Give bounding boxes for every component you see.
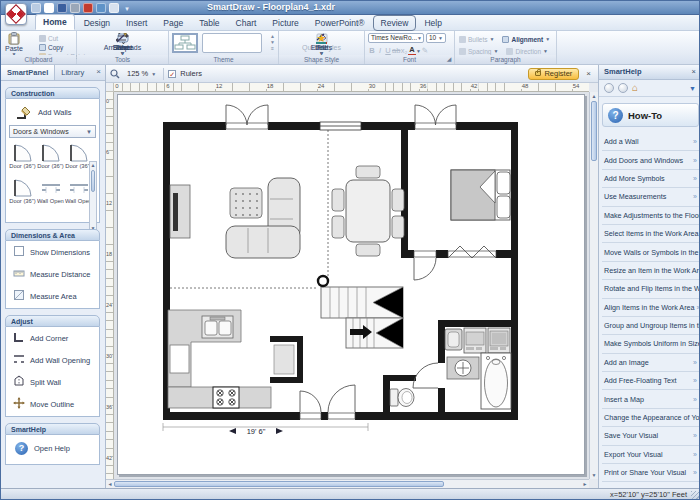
toilet[interactable]: [390, 389, 414, 407]
kitchen-sink[interactable]: [202, 316, 233, 338]
howto-item-8[interactable]: Resize an Item in the Work Area»: [602, 262, 699, 280]
direction-button[interactable]: Direction▼: [506, 47, 548, 55]
howto-item-4[interactable]: Use Measurements»: [602, 188, 699, 206]
tab-review[interactable]: Review: [374, 16, 416, 30]
washer[interactable]: [464, 328, 486, 353]
scroll-down-arrow[interactable]: ▼: [590, 471, 598, 479]
font-dialog-launcher[interactable]: ◢: [445, 55, 453, 64]
tab-chart[interactable]: Chart: [229, 16, 264, 30]
howto-item-18[interactable]: Export Your Visual»: [602, 446, 699, 464]
tab-table[interactable]: Table: [192, 16, 226, 30]
smartdraw-logo-button[interactable]: [5, 3, 27, 25]
split-wall-button[interactable]: Split Wall: [6, 371, 99, 393]
save-icon[interactable]: [57, 3, 67, 13]
italic-button[interactable]: I: [376, 46, 384, 55]
customize-icon[interactable]: ▾: [122, 3, 132, 13]
symbol-wall-opening-symbol[interactable]: Wall Open...: [37, 175, 64, 209]
howto-item-16[interactable]: Change the Appearance of Your ...»: [602, 409, 699, 427]
spacing-button[interactable]: Spacing▼: [459, 47, 498, 55]
bold-button[interactable]: B: [368, 46, 376, 55]
vertical-scrollbar[interactable]: ▲ ▼: [589, 92, 598, 479]
measure-distance-button[interactable]: Measure Distance: [6, 263, 99, 285]
howto-item-19[interactable]: Print or Share Your Visual»: [602, 464, 699, 482]
dimensions-area-header[interactable]: Dimensions & Area: [5, 229, 100, 241]
nav-forward-icon[interactable]: [618, 83, 628, 93]
add-walls-button[interactable]: Add Walls: [6, 99, 99, 125]
tab-help[interactable]: Help: [417, 16, 448, 30]
picture-icon[interactable]: [96, 3, 106, 13]
bed[interactable]: [451, 170, 510, 220]
symbol-wall-opening-symbol[interactable]: Wall Open...: [65, 175, 92, 209]
smarthelp-close-icon[interactable]: ×: [692, 65, 696, 79]
bullets-button[interactable]: Bullets▼: [459, 35, 494, 43]
new-document-icon[interactable]: [44, 3, 54, 13]
tab-home[interactable]: Home: [35, 14, 75, 30]
howto-item-6[interactable]: Select Items in the Work Area»: [602, 225, 699, 243]
howto-item-10[interactable]: Align Items in the Work Area»: [602, 299, 699, 317]
theme-thumbnail[interactable]: [172, 33, 198, 53]
scroll-up-arrow[interactable]: ▲: [590, 92, 598, 100]
howto-item-7[interactable]: Move Walls or Symbols in the Wo...»: [602, 243, 699, 261]
smartpanel-close-icon[interactable]: ×: [92, 65, 105, 80]
show-dimensions-button[interactable]: Show Dimensions: [6, 241, 99, 263]
howto-item-12[interactable]: Make Symbols Uniform in Size»: [602, 335, 699, 353]
theme-gallery[interactable]: [202, 33, 262, 53]
howto-item-3[interactable]: Add More Symbols»: [602, 170, 699, 188]
alignment-button[interactable]: Alignment▼: [502, 35, 550, 43]
laundry-area[interactable]: [445, 328, 510, 353]
symbol-door-symbol[interactable]: Door (36"): [9, 175, 36, 209]
howto-item-1[interactable]: Add a Wall»: [602, 133, 699, 151]
nav-back-icon[interactable]: [604, 83, 614, 93]
register-button[interactable]: Register: [528, 68, 579, 80]
scroll-right-arrow[interactable]: ►: [581, 480, 589, 488]
add-corner-button[interactable]: Add Corner: [6, 327, 99, 349]
tab-page[interactable]: Page: [156, 16, 190, 30]
document-page[interactable]: 19' 6": [117, 94, 585, 475]
strikethrough-button[interactable]: ab: [392, 46, 400, 55]
home-icon[interactable]: ⌂: [632, 83, 638, 93]
staircase[interactable]: [318, 276, 403, 348]
scroll-up-icon[interactable]: ▲: [90, 162, 96, 169]
tab-design[interactable]: Design: [77, 16, 117, 30]
tab-picture[interactable]: Picture: [265, 16, 305, 30]
pantry-shelf[interactable]: [274, 345, 294, 374]
scroll-left-arrow[interactable]: ◄: [106, 480, 114, 488]
symbol-category-dropdown[interactable]: Doors & Windows▼: [9, 125, 96, 138]
horizontal-scrollbar[interactable]: ◄ ►: [106, 479, 589, 488]
symbol-door-symbol[interactable]: Door (36"): [9, 140, 36, 174]
symbol-door-symbol[interactable]: Door (36"): [65, 140, 92, 174]
howto-item-9[interactable]: Rotate and Flip Items in the Work...»: [602, 280, 699, 298]
open-help-button[interactable]: ? Open Help: [6, 435, 99, 461]
subscript-button[interactable]: x₂: [400, 46, 408, 55]
stove[interactable]: [213, 387, 239, 408]
tab-insert[interactable]: Insert: [119, 16, 154, 30]
living-room[interactable]: [170, 178, 300, 258]
print-icon[interactable]: [70, 3, 80, 13]
utility-sink[interactable]: [445, 329, 462, 350]
ottoman[interactable]: [230, 188, 262, 218]
theme-gallery-scroll[interactable]: ▲▼≡: [269, 33, 276, 51]
underline-button[interactable]: U: [384, 46, 392, 55]
adjust-header[interactable]: Adjust: [5, 315, 100, 327]
kitchen[interactable]: [168, 310, 294, 408]
add-wall-opening-button[interactable]: Add Wall Opening: [6, 349, 99, 371]
howto-item-2[interactable]: Add Doors and Windows»: [602, 151, 699, 169]
font-size-select[interactable]: 10▼: [426, 33, 446, 43]
dining-set[interactable]: [332, 166, 404, 256]
bedroom[interactable]: [451, 170, 510, 220]
paste-button[interactable]: Paste ▼: [5, 32, 23, 56]
clear-formatting-button[interactable]: ✎: [421, 46, 429, 55]
floor-drain-fan[interactable]: [447, 357, 479, 379]
tab-library[interactable]: Library: [55, 65, 90, 80]
smarthelp-section-header[interactable]: SmartHelp: [5, 423, 100, 435]
symbol-door-symbol[interactable]: Door (36"): [37, 140, 64, 174]
effects-button[interactable]: ★ Effects▼: [311, 32, 332, 55]
layout-icon[interactable]: [109, 3, 119, 13]
howto-item-14[interactable]: Add Free-Floating Text»: [602, 372, 699, 390]
font-family-select[interactable]: Times NewRo...▼: [368, 33, 424, 43]
howto-item-15[interactable]: Insert a Map»: [602, 390, 699, 408]
window-icon[interactable]: [31, 3, 41, 13]
refrigerator[interactable]: [170, 345, 189, 373]
tab-smartpanel[interactable]: SmartPanel: [1, 65, 55, 80]
window-symbol[interactable]: [320, 122, 361, 130]
